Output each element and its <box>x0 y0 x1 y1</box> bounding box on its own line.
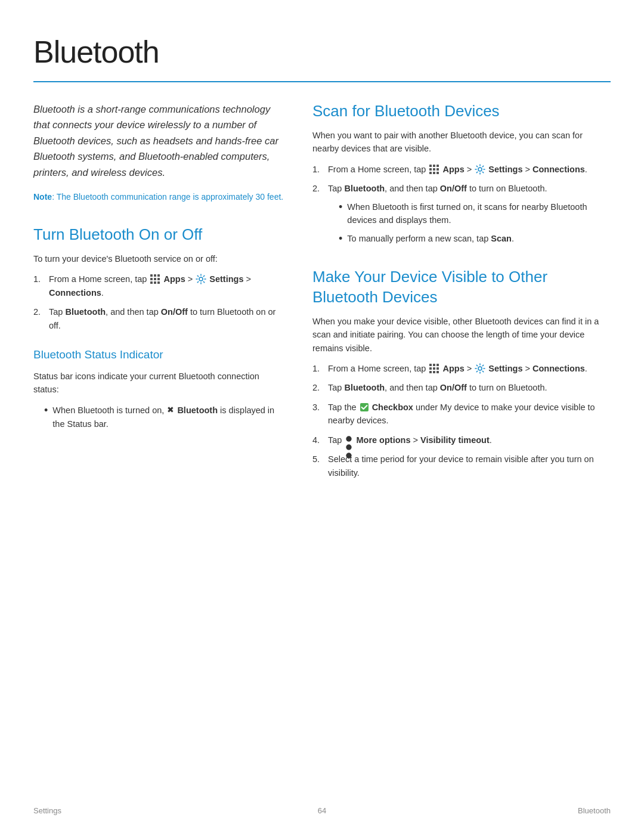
visible-step-4: 4. Tap More options > Visibility timeo <box>312 433 611 447</box>
svg-point-31 <box>346 436 352 441</box>
bluetooth-bold: Bluetooth <box>65 307 106 317</box>
visible-step-3: 3. Tap the Checkbox under My device to m… <box>312 401 611 428</box>
svg-point-19 <box>478 168 482 171</box>
step-content: From a Home screen, tap <box>328 163 611 176</box>
footer-left: Settings <box>33 805 61 817</box>
turn-bluetooth-steps: 1. From a Home screen, tap <box>33 272 284 332</box>
scan-bullet-1: When Bluetooth is first turned on, it sc… <box>339 200 611 227</box>
footer-right: Bluetooth <box>578 805 611 817</box>
step-content: From a Home screen, tap <box>49 272 284 299</box>
turn-step-2: 2. Tap Bluetooth, and then tap On/Off to… <box>33 305 284 332</box>
visible-step-5: 5. Select a time period for your device … <box>312 453 611 479</box>
step-num: 1. <box>312 163 323 176</box>
step-content: From a Home screen, tap <box>328 362 611 375</box>
scan-bluetooth-title: Scan for Bluetooth Devices <box>312 101 611 122</box>
svg-rect-1 <box>154 274 156 277</box>
svg-rect-10 <box>429 165 432 167</box>
svg-point-32 <box>346 444 352 450</box>
apps-icon <box>429 363 439 374</box>
step-content: Tap Bluetooth, and then tap On/Off to tu… <box>328 381 611 394</box>
svg-rect-16 <box>429 172 432 174</box>
onoff-bold: On/Off <box>440 383 467 392</box>
right-column: Scan for Bluetooth Devices When you want… <box>312 101 611 487</box>
step-num: 3. <box>312 401 323 428</box>
scan-bullet-2: To manually perform a new scan, tap Scan… <box>339 232 611 246</box>
scan-bluetooth-section: Scan for Bluetooth Devices When you want… <box>312 101 611 250</box>
svg-rect-27 <box>433 371 435 373</box>
more-options-bold: More options <box>356 435 410 445</box>
intro-paragraph: Bluetooth is a short-range communication… <box>33 101 284 180</box>
scan-bluetooth-steps: 1. From a Home screen, tap <box>312 163 611 250</box>
svg-rect-7 <box>154 281 156 284</box>
step-content: Tap the Checkbox under My device to make… <box>328 401 611 428</box>
turn-bluetooth-section: Turn Bluetooth On or Off To turn your de… <box>33 225 284 431</box>
svg-rect-21 <box>433 364 435 366</box>
turn-bluetooth-body: To turn your device's Bluetooth service … <box>33 252 284 265</box>
svg-rect-14 <box>433 168 435 171</box>
make-visible-body: When you make your device visible, other… <box>312 315 611 355</box>
more-options-icon <box>345 435 353 445</box>
apps-label: Apps <box>442 165 464 174</box>
step-num: 1. <box>312 362 323 375</box>
settings-icon <box>475 164 485 175</box>
step-num: 5. <box>312 453 323 479</box>
connections-label: Connections <box>532 165 585 174</box>
svg-rect-28 <box>436 371 439 373</box>
svg-rect-6 <box>150 281 153 284</box>
checkbox-bold: Checkbox <box>372 402 413 412</box>
make-visible-steps: 1. From a Home screen, tap <box>312 362 611 479</box>
settings-label: Settings <box>209 274 243 284</box>
svg-rect-22 <box>436 364 439 366</box>
svg-rect-4 <box>154 278 156 280</box>
svg-rect-12 <box>436 165 439 167</box>
scan-bluetooth-body: When you want to pair with another Bluet… <box>312 129 611 156</box>
make-visible-section: Make Your Device Visible to Other Blueto… <box>312 267 611 479</box>
svg-rect-20 <box>429 364 432 366</box>
bt-status-bullets: When Bluetooth is turned on, ✖ Bluetooth… <box>44 404 284 431</box>
settings-label: Settings <box>488 165 522 174</box>
step-num: 2. <box>312 381 323 394</box>
scan-step-2: 2. Tap Bluetooth, and then tap On/Off to… <box>312 182 611 250</box>
footer-center: 64 <box>318 805 326 817</box>
onoff-bold: On/Off <box>440 184 467 193</box>
bullet-content: To manually perform a new scan, tap Scan… <box>347 232 611 245</box>
scan-bold: Scan <box>491 234 512 243</box>
apps-icon <box>429 164 439 175</box>
svg-rect-5 <box>157 278 160 280</box>
bt-status-title: Bluetooth Status Indicator <box>33 346 284 364</box>
svg-rect-25 <box>436 367 439 370</box>
connections-label: Connections <box>49 288 101 298</box>
bluetooth-bold: Bluetooth <box>344 184 385 193</box>
onoff-bold: On/Off <box>161 307 188 317</box>
checkbox-icon <box>360 402 369 412</box>
visible-step-2: 2. Tap Bluetooth, and then tap On/Off to… <box>312 381 611 394</box>
scan-step-1: 1. From a Home screen, tap <box>312 163 611 176</box>
connections-label: Connections <box>532 364 585 373</box>
svg-point-29 <box>478 367 482 370</box>
note-text: : The Bluetooth communication range is a… <box>52 192 283 202</box>
step-num: 2. <box>33 305 44 332</box>
note-paragraph: Note: The Bluetooth communication range … <box>33 191 284 203</box>
svg-rect-24 <box>433 367 435 370</box>
bullet-content: When Bluetooth is first turned on, it sc… <box>347 200 611 227</box>
step-num: 1. <box>33 272 44 299</box>
make-visible-title: Make Your Device Visible to Other Blueto… <box>312 267 611 308</box>
bt-status-body: Status bar icons indicate your current B… <box>33 370 284 397</box>
page-footer: Settings 64 Bluetooth <box>0 805 644 817</box>
svg-rect-8 <box>157 281 160 284</box>
visibility-timeout-bold: Visibility timeout <box>420 435 490 445</box>
svg-rect-15 <box>436 168 439 171</box>
settings-label: Settings <box>488 364 522 373</box>
svg-point-9 <box>199 277 203 281</box>
scan-sub-bullets: When Bluetooth is first turned on, it sc… <box>339 200 611 246</box>
note-label: Note <box>33 192 52 202</box>
apps-label: Apps <box>442 364 464 373</box>
svg-rect-0 <box>150 274 153 277</box>
page-title: Bluetooth <box>33 29 611 75</box>
bluetooth-symbol-icon: ✖ <box>167 404 174 417</box>
bluetooth-bold: Bluetooth <box>177 405 218 415</box>
svg-rect-18 <box>436 172 439 174</box>
two-column-layout: Bluetooth is a short-range communication… <box>33 101 611 487</box>
bullet-content: When Bluetooth is turned on, ✖ Bluetooth… <box>52 404 284 431</box>
settings-icon <box>196 274 206 284</box>
